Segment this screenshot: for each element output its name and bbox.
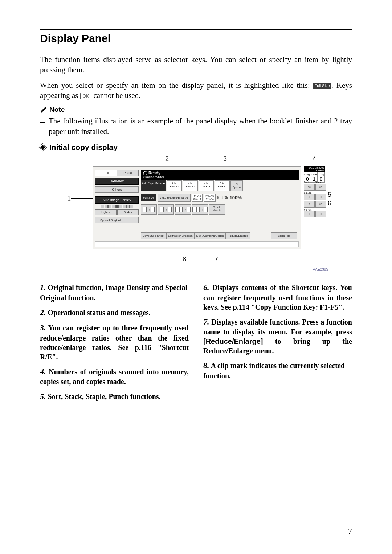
- item-1: 1. Original function, Image Density and …: [40, 282, 189, 302]
- item-6: 6. Displays contents of the Shortcut key…: [203, 282, 352, 312]
- tab-dup-combine[interactable]: Dup./Combine/Series: [195, 232, 226, 239]
- special-original-button[interactable]: ☰ Special Original: [95, 217, 139, 223]
- original-type-tabs: Text Photo: [95, 170, 139, 176]
- item-2: 2. Operational status and messages.: [40, 307, 189, 318]
- list-icon: ☰: [97, 219, 99, 222]
- darker-button[interactable]: Darker: [117, 209, 139, 215]
- item-5: 5. Sort, Stack, Staple, Punch functions.: [40, 391, 189, 402]
- staple-button-2[interactable]: ▯: [315, 194, 326, 200]
- intro-paragraph-2: When you select or specify an item on th…: [40, 80, 352, 101]
- layout-row: → → → → Create Margin: [141, 204, 299, 215]
- reduce-enlarge-row: Full Size Auto Reduce/Enlarge 11×158½×11…: [141, 194, 242, 202]
- punch-button-1[interactable]: ▯: [304, 211, 315, 217]
- create-margin-button[interactable]: Create Margin: [209, 204, 225, 215]
- special-original-label: Special Original: [100, 219, 121, 222]
- item-3: 3. You can register up to three frequent…: [40, 323, 189, 362]
- item-4: 4. Numbers of originals scanned into mem…: [40, 367, 189, 387]
- callout-8: 8: [183, 256, 186, 263]
- intro2-part-c: cannot be used.: [91, 91, 140, 100]
- subhead-text: Initial copy display: [49, 143, 118, 152]
- preset-size-1[interactable]: 11×158½×11: [192, 194, 203, 202]
- layout-combine-2[interactable]: →: [175, 204, 191, 215]
- ratio-value: 9 3 %: [217, 196, 228, 200]
- date-time: DEC 22,2003 3:47PM: [304, 166, 325, 172]
- display-panel-figure: 2 3 4 1 5 6 7 8 Text Photo Text/Photo Ot…: [64, 155, 328, 272]
- leader-line: [71, 198, 95, 199]
- bullet-icon: [40, 118, 45, 123]
- intro2-part-a: When you select or specify an item on th…: [40, 81, 313, 90]
- text-photo-button[interactable]: Text/Photo: [95, 178, 139, 185]
- others-button[interactable]: Others: [95, 186, 139, 193]
- function-tabs: Cover/Slip Sheet Edit/Color Creation Dup…: [141, 232, 250, 239]
- description-columns: 1. Original function, Image Density and …: [40, 282, 352, 407]
- pencil-icon: [40, 106, 47, 113]
- note-label: Note: [49, 106, 65, 114]
- tray-4[interactable]: 4 ⊟8½×11: [215, 180, 230, 191]
- sort-button[interactable]: ▯▯: [304, 184, 315, 191]
- note-item: The following illustration is an example…: [40, 116, 352, 137]
- percent-value: 100%: [230, 195, 242, 200]
- stack-button[interactable]: ▯▯: [315, 184, 326, 191]
- intro-paragraph-1: The function items displayed serve as se…: [40, 54, 352, 75]
- page-number: 7: [348, 526, 352, 536]
- staple-button-3[interactable]: ▯: [304, 201, 315, 208]
- callout-5: 5: [328, 191, 331, 199]
- layout-2sided[interactable]: →: [158, 204, 174, 215]
- note-heading: Note: [40, 106, 352, 114]
- callout-6: 6: [328, 200, 331, 207]
- preset-size-2[interactable]: 5½×8½5½×14: [204, 194, 216, 202]
- tray-3[interactable]: 3 ⊟11×17: [199, 180, 214, 191]
- item-8: 8. A clip mark indicates the currently s…: [203, 360, 352, 380]
- full-size-button[interactable]: Full Size: [141, 194, 156, 201]
- figure-code: AAE038S: [313, 268, 328, 272]
- tray-1[interactable]: 1 ⊟8½×11: [167, 180, 182, 191]
- punch-button-2[interactable]: ▯: [315, 211, 326, 217]
- reduce-enlarge-key: [Reduce/Enlarge]: [203, 337, 263, 345]
- highlighted-key-example: Full Size: [313, 83, 331, 89]
- disabled-key-example: OK: [80, 93, 91, 99]
- callout-2: 2: [165, 155, 169, 163]
- ready-label: Ready: [148, 171, 160, 175]
- lighter-button[interactable]: Lighter: [95, 209, 117, 215]
- color-mode-label: <Black & White>: [143, 175, 297, 179]
- tab-reduce-enlarge[interactable]: Reduce/Enlarge: [226, 232, 250, 239]
- page-title: Display Panel: [40, 32, 352, 45]
- note-text: The following illustration is an example…: [49, 116, 352, 137]
- counter-box: DEC 22,2003 3:47PM Orig.0 Q'ty1 Copy0: [304, 166, 325, 183]
- density-buttons: Lighter Darker: [95, 209, 139, 215]
- rule-bottom: [40, 48, 352, 48]
- tray-2[interactable]: 2 ⊟8½×11: [183, 180, 198, 191]
- tab-text[interactable]: Text: [95, 170, 117, 176]
- store-file-button[interactable]: Store File: [271, 232, 297, 239]
- paper-select-row: Auto Paper Select ▶ 1 ⊟8½×11 2 ⊟8½×11 3 …: [141, 180, 243, 191]
- message-bar: [95, 241, 299, 247]
- callout-1: 1: [67, 195, 71, 203]
- callout-4: 4: [313, 155, 316, 163]
- callout-3: 3: [223, 155, 227, 163]
- auto-image-density-button[interactable]: Auto Image Density: [95, 196, 139, 204]
- density-scale: [95, 205, 139, 208]
- rule-top: [40, 29, 352, 30]
- staple-button-4[interactable]: ▯▯: [315, 201, 326, 208]
- bypass-tray[interactable]: ⊟Bypass: [230, 180, 243, 191]
- auto-reduce-enlarge-button[interactable]: Auto Reduce/Enlarge: [158, 194, 191, 202]
- auto-paper-select-button[interactable]: Auto Paper Select ▶: [141, 180, 166, 191]
- item-7: 7. Displays available functions. Press a…: [203, 317, 352, 356]
- left-column: 1. Original function, Image Density and …: [40, 282, 189, 407]
- tab-photo[interactable]: Photo: [117, 170, 139, 176]
- staple-button-1[interactable]: ▯: [304, 194, 315, 200]
- copier-display-panel: Text Photo Text/Photo Others Auto Image …: [93, 166, 301, 249]
- tab-edit-color[interactable]: Edit/Color Creation: [166, 232, 195, 239]
- layout-1sided[interactable]: →: [141, 204, 157, 215]
- right-column: 6. Displays contents of the Shortcut key…: [203, 282, 352, 407]
- diamond-icon: [39, 143, 47, 152]
- subheading: Initial copy display: [40, 143, 352, 152]
- layout-combine-4[interactable]: →: [192, 204, 208, 215]
- status-bar: ◯ Ready <Black & White>: [141, 170, 299, 180]
- finishing-box: Sort:Stack: ▯▯▯▯ Staple: ▯▯ ▯▯▯ Punch: ▯…: [304, 181, 326, 218]
- tab-cover-slip[interactable]: Cover/Slip Sheet: [141, 232, 166, 239]
- panel-left-column: Text Photo Text/Photo Others Auto Image …: [95, 170, 139, 223]
- callout-7: 7: [215, 256, 218, 263]
